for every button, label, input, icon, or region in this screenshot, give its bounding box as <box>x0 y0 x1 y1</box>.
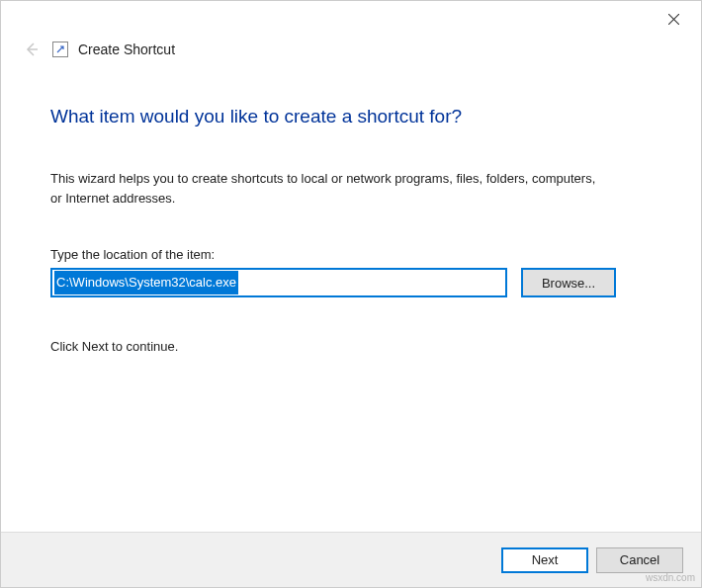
shortcut-icon <box>52 42 68 57</box>
page-heading: What item would you like to create a sho… <box>50 106 652 127</box>
window-title: Create Shortcut <box>78 42 175 57</box>
watermark: wsxdn.com <box>646 572 695 583</box>
cancel-button[interactable]: Cancel <box>596 547 683 573</box>
close-icon <box>668 14 679 25</box>
browse-button[interactable]: Browse... <box>521 268 616 297</box>
next-button[interactable]: Next <box>501 547 588 573</box>
input-row: C:\Windows\System32\calc.exe Browse... <box>50 268 652 297</box>
back-button <box>21 39 43 60</box>
location-input-value: C:\Windows\System32\calc.exe <box>54 271 238 294</box>
page-description: This wizard helps you to create shortcut… <box>50 169 604 208</box>
wizard-footer: Next Cancel <box>1 532 701 587</box>
wizard-content: What item would you like to create a sho… <box>1 74 701 354</box>
continue-hint: Click Next to continue. <box>50 339 652 354</box>
wizard-header: Create Shortcut <box>1 37 701 74</box>
input-label: Type the location of the item: <box>50 247 652 262</box>
titlebar <box>1 1 701 37</box>
close-button[interactable] <box>652 4 695 34</box>
location-input[interactable]: C:\Windows\System32\calc.exe <box>50 268 507 297</box>
back-arrow-icon <box>23 41 41 58</box>
